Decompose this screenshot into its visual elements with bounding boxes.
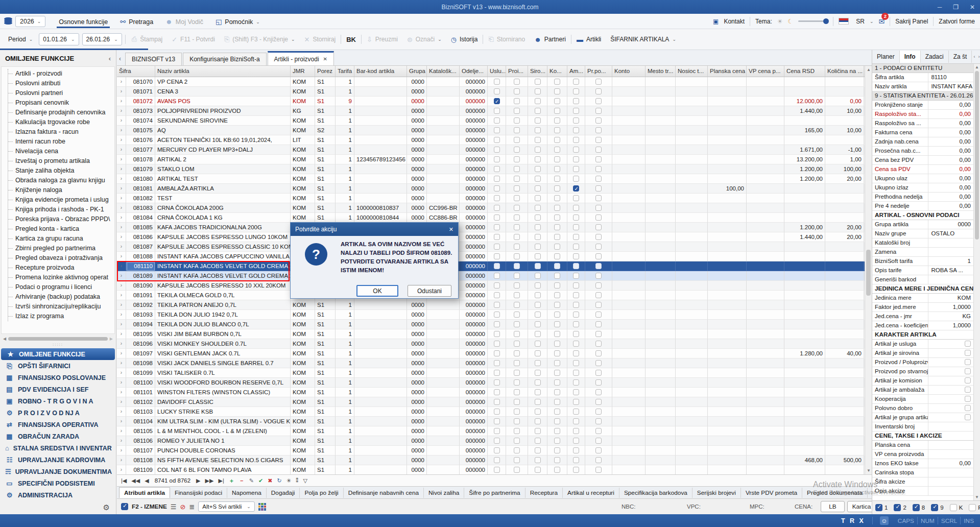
- checkbox-proi[interactable]: [514, 467, 520, 473]
- price-flag-checkbox[interactable]: [875, 504, 882, 511]
- checkbox-proi[interactable]: [514, 79, 520, 85]
- checkbox-ko[interactable]: [554, 350, 560, 356]
- checkbox-ko[interactable]: [554, 418, 560, 424]
- checkbox-proi[interactable]: [514, 331, 520, 337]
- sidebar-item-pregled-konta-kartica[interactable]: Pregled konta - kartica: [8, 224, 114, 234]
- table-row[interactable]: ›081088INSTANT KAFA JACOBS CAPPUCCINO VA…: [117, 252, 872, 261]
- detail-tab-specifikacija-barkodova[interactable]: Specifikacija barkodova: [619, 488, 692, 498]
- price-flag-checkbox[interactable]: [969, 504, 976, 511]
- checkbox-siro[interactable]: [535, 253, 541, 259]
- sidebar-section-omiljene-funkcije[interactable]: ★OMILJENE FUNKCIJE: [1, 348, 115, 360]
- checkbox-uslu[interactable]: [494, 370, 500, 376]
- checkbox-ko[interactable]: [554, 195, 560, 201]
- panel-checkbox[interactable]: [965, 396, 971, 402]
- checkbox-ko[interactable]: [554, 98, 560, 104]
- table-row[interactable]: ›081081AMBALAŽA ARTIKLAKOMS1100000000001…: [117, 184, 872, 194]
- checkbox-prpo[interactable]: [595, 389, 602, 395]
- filter-icon[interactable]: ▽: [303, 477, 307, 484]
- panel-checkbox[interactable]: [965, 368, 971, 374]
- kontakt-button[interactable]: Kontakt: [724, 18, 745, 25]
- table-row[interactable]: ›081089INSTANT KAFA JACOBS VELVET GOLD C…: [117, 271, 872, 281]
- expand-icon[interactable]: ›: [117, 407, 126, 417]
- expand-icon[interactable]: ›: [117, 242, 126, 252]
- scroll-up-icon[interactable]: ▲: [867, 67, 871, 72]
- column-header-porez[interactable]: Porez: [315, 66, 336, 77]
- table-row[interactable]: ›081100VISKI WOODFORD BOURBON RESERVE 0,…: [117, 378, 872, 388]
- checkbox-uslu[interactable]: [494, 185, 500, 191]
- minimize-icon[interactable]: ─: [938, 4, 942, 11]
- table-row[interactable]: ›081102DAVIDOFF CLASSICKOMS110000000000: [117, 397, 872, 407]
- date-to-select[interactable]: 26.01.26 ⌄: [82, 33, 122, 45]
- sidebar-item-interni-racun-robe[interactable]: Interni racun robe: [8, 137, 114, 147]
- checkbox-uslu[interactable]: [494, 379, 500, 386]
- checkbox-prpo[interactable]: [595, 370, 602, 376]
- sidebar-section-opšti-šifarnici[interactable]: ⎘OPŠTI ŠIFARNICI: [0, 360, 116, 372]
- checkbox-prpo[interactable]: [595, 253, 602, 259]
- tab-biznisoft-v13[interactable]: BIZNISOFT v13: [125, 53, 182, 65]
- checkbox-ko[interactable]: [554, 379, 560, 386]
- checkbox-prpo[interactable]: [595, 438, 602, 444]
- checkbox-prpo[interactable]: [595, 302, 602, 308]
- checkbox-siro[interactable]: [535, 234, 541, 240]
- checkbox-uslu[interactable]: [494, 108, 500, 114]
- checkbox-uslu[interactable]: [494, 312, 500, 318]
- collapse-left-icon[interactable]: ‹: [118, 55, 124, 65]
- checkbox-prpo[interactable]: [595, 127, 602, 133]
- checkbox-proi[interactable]: [514, 409, 520, 415]
- menu-item-pomo-nik[interactable]: ◱Pomoćnik⌄: [209, 15, 266, 28]
- sidebar-section-obračun-zarada[interactable]: ▩OBRAČUN ZARADA: [0, 430, 116, 442]
- checkbox-prpo[interactable]: [595, 263, 602, 269]
- checkbox-prpo[interactable]: [595, 428, 602, 434]
- checkbox-proi[interactable]: [514, 117, 520, 124]
- checkbox-ko[interactable]: [554, 185, 560, 191]
- panel-tab-info[interactable]: Info: [900, 51, 921, 63]
- column-header-šifra[interactable]: Šifra: [117, 66, 155, 77]
- sidebar-item-arhiviranje-backup-podataka[interactable]: Arhiviranje (backup) podataka: [8, 292, 114, 302]
- checkbox-am[interactable]: [573, 350, 579, 356]
- column-header-mesto-tr-[interactable]: Mesto tr...: [646, 66, 676, 77]
- detail-tab-polja-po-elji[interactable]: Polja po želji: [300, 488, 343, 498]
- expand-icon[interactable]: ›: [117, 213, 126, 223]
- checkbox-siro[interactable]: [535, 321, 541, 327]
- expand-icon[interactable]: ›: [117, 174, 126, 184]
- checkbox-prpo[interactable]: [595, 147, 602, 153]
- sidebar-section-stalna-sredstva-i-inventar[interactable]: ⌂STALNA SREDSTVA I INVENTAR: [0, 442, 116, 454]
- checkbox-uslu[interactable]: [494, 195, 500, 201]
- checkbox-ko[interactable]: [554, 331, 560, 337]
- prev-page-icon[interactable]: ◀: [145, 477, 149, 484]
- toolbar-button-partneri[interactable]: ☻Partneri: [530, 33, 570, 46]
- sidebar-item-recepture-proizvoda[interactable]: Recepture proizvoda: [8, 263, 114, 273]
- block-icon[interactable]: ⊘: [180, 503, 185, 511]
- sidebar-section-p-r-o-i-z-v-o-d-nj-a[interactable]: ⚙P R O I Z V O D NJ A: [0, 407, 116, 419]
- table-row[interactable]: ›081071CENA 3KOMS110000000000: [117, 87, 872, 97]
- checkbox-siro[interactable]: [535, 447, 541, 453]
- table-row[interactable]: ›081074SEKUNDARNE SIROVINEKOMS1100000000…: [117, 116, 872, 126]
- column-header-siro-[interactable]: Siro...: [528, 66, 547, 77]
- checkbox-uslu[interactable]: [494, 428, 500, 434]
- checkbox-proi[interactable]: [514, 214, 520, 221]
- table-row[interactable]: ›081095VISKI JIM BEAM BURBON 0,7LKOMS110…: [117, 329, 872, 339]
- panel-checkbox[interactable]: [965, 387, 971, 393]
- table-row[interactable]: ›081077MERCURY CD PLAYER MP3+DALJKOMS110…: [117, 145, 872, 155]
- fast-next-icon[interactable]: ▶▶: [205, 477, 214, 484]
- table-row[interactable]: ›081094TEKILA DON JULIO BLANCO 0,7LKOMS1…: [117, 320, 872, 329]
- checkbox-siro[interactable]: [535, 350, 541, 356]
- checkbox-ko[interactable]: [554, 370, 560, 376]
- checkbox-proi[interactable]: [514, 292, 520, 298]
- checkbox-prpo[interactable]: [595, 292, 602, 298]
- detail-tab-definisanje-nabavnih-cena[interactable]: Definisanje nabavnih cena: [344, 488, 424, 498]
- tab-konfigurisanje-biznisoft-a[interactable]: Konfigurisanje BizniSoft-a: [183, 53, 266, 65]
- checkbox-proi[interactable]: [514, 389, 520, 395]
- confirm-edit-icon[interactable]: ✔: [258, 477, 263, 484]
- checkbox-proi[interactable]: [514, 302, 520, 308]
- close-icon[interactable]: ✕: [970, 4, 975, 11]
- sidebar-item-podaci-o-programu-i-licenci[interactable]: Podaci o programu i licenci: [8, 282, 114, 292]
- checkbox-ko[interactable]: [554, 88, 560, 94]
- checkbox-prpo[interactable]: [595, 418, 602, 424]
- checkbox-siro[interactable]: [535, 273, 541, 279]
- expand-icon[interactable]: ›: [117, 339, 126, 349]
- checkbox-siro[interactable]: [535, 137, 541, 143]
- checkbox-proi[interactable]: [514, 399, 520, 405]
- table-row[interactable]: ›081110INSTANT KAFA JACOBS VELVET GOLD C…: [117, 261, 872, 271]
- table-row[interactable]: ›081104KIM ULTRA SLIM - KIM (ULTRA SLIM)…: [117, 417, 872, 426]
